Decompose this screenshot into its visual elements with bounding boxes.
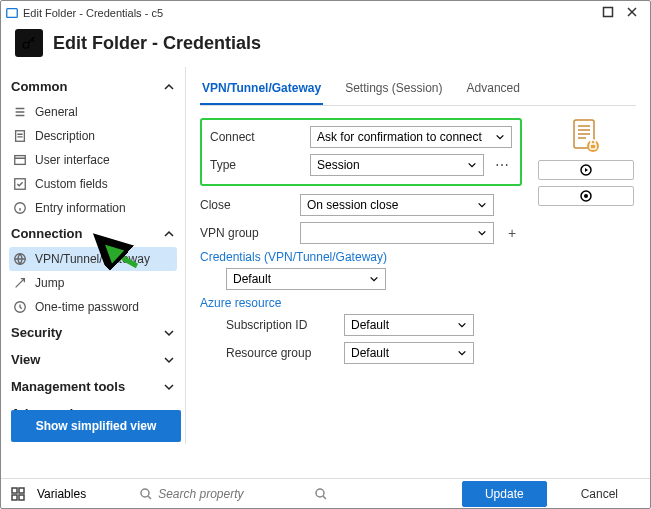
chevron-down-icon	[477, 200, 487, 210]
tab-vpn[interactable]: VPN/Tunnel/Gateway	[200, 75, 323, 105]
header: Edit Folder - Credentials	[1, 25, 650, 67]
chevron-down-icon	[457, 320, 467, 330]
svg-point-20	[316, 489, 324, 497]
svg-rect-18	[19, 495, 24, 500]
select-value: Session	[317, 158, 360, 172]
window-icon	[13, 153, 27, 167]
sidebar-item-label: Jump	[35, 276, 64, 290]
footer: Variables Update Cancel	[1, 478, 650, 508]
credentials-link[interactable]: Credentials (VPN/Tunnel/Gateway)	[200, 250, 522, 264]
section-common[interactable]: Common	[9, 73, 177, 100]
section-label: View	[11, 352, 40, 367]
sidebar-item-label: Entry information	[35, 201, 126, 215]
list-icon	[13, 105, 27, 119]
chevron-up-icon	[163, 81, 175, 93]
svg-rect-0	[7, 9, 18, 18]
select-value: Default	[351, 346, 389, 360]
rg-select[interactable]: Default	[344, 342, 474, 364]
sidebar-item-general[interactable]: General	[9, 100, 177, 124]
chevron-up-icon	[163, 228, 175, 240]
sidebar-item-label: User interface	[35, 153, 110, 167]
sidebar-item-jump[interactable]: Jump	[9, 271, 177, 295]
update-button[interactable]: Update	[462, 481, 547, 507]
chevron-down-icon	[163, 381, 175, 393]
cancel-button[interactable]: Cancel	[559, 482, 640, 506]
chevron-down-icon	[163, 327, 175, 339]
subid-select[interactable]: Default	[344, 314, 474, 336]
sidebar-item-description[interactable]: Description	[9, 124, 177, 148]
credentials-select[interactable]: Default	[226, 268, 386, 290]
svg-rect-17	[12, 495, 17, 500]
key-icon	[15, 29, 43, 57]
info-icon	[13, 201, 27, 215]
connect-select[interactable]: Ask for confirmation to connect	[310, 126, 512, 148]
tab-settings[interactable]: Settings (Session)	[343, 75, 444, 105]
svg-rect-3	[16, 131, 25, 142]
svg-point-19	[141, 489, 149, 497]
type-label: Type	[210, 158, 302, 172]
close-button[interactable]	[626, 6, 638, 20]
record-button[interactable]	[538, 186, 634, 206]
simplified-view-button[interactable]: Show simplified view	[11, 410, 181, 442]
svg-point-10	[587, 140, 599, 152]
tab-strip: VPN/Tunnel/Gateway Settings (Session) Ad…	[200, 75, 636, 106]
sidebar-item-label: General	[35, 105, 78, 119]
chevron-down-icon	[369, 274, 379, 284]
connect-label: Connect	[210, 130, 302, 144]
jump-icon	[13, 276, 27, 290]
sidebar-item-label: VPN/Tunnel/Gateway	[35, 252, 150, 266]
select-value: On session close	[307, 198, 398, 212]
sidebar-item-custom-fields[interactable]: Custom fields	[9, 172, 177, 196]
sidebar-item-entry-info[interactable]: Entry information	[9, 196, 177, 220]
azure-resource-link[interactable]: Azure resource	[200, 296, 522, 310]
section-view[interactable]: View	[9, 346, 177, 373]
section-mgmt[interactable]: Management tools	[9, 373, 177, 400]
type-more-button[interactable]: ⋯	[492, 157, 512, 173]
sidebar-item-otp[interactable]: One-time password	[9, 295, 177, 319]
svg-point-14	[584, 194, 588, 198]
main-panel: VPN/Tunnel/Gateway Settings (Session) Ad…	[186, 67, 650, 444]
svg-point-2	[23, 42, 29, 48]
sidebar-item-vpn[interactable]: VPN/Tunnel/Gateway	[9, 247, 177, 271]
tab-advanced[interactable]: Advanced	[465, 75, 522, 105]
sidebar-item-ui[interactable]: User interface	[9, 148, 177, 172]
section-label: Connection	[11, 226, 83, 241]
subid-label: Subscription ID	[226, 318, 336, 332]
variables-label[interactable]: Variables	[37, 487, 86, 501]
document-icon	[571, 118, 601, 154]
section-label: Common	[11, 79, 67, 94]
close-label: Close	[200, 198, 292, 212]
search-go-icon[interactable]	[315, 488, 327, 500]
search-input[interactable]	[158, 487, 309, 501]
svg-rect-1	[604, 8, 613, 17]
page-title: Edit Folder - Credentials	[53, 33, 261, 54]
chevron-down-icon	[495, 132, 505, 142]
vpngroup-label: VPN group	[200, 226, 292, 240]
section-label: Security	[11, 325, 62, 340]
select-value: Default	[351, 318, 389, 332]
section-connection[interactable]: Connection	[9, 220, 177, 247]
section-label: Management tools	[11, 379, 125, 394]
maximize-button[interactable]	[602, 6, 614, 20]
titlebar-text: Edit Folder - Credentials - c5	[23, 7, 163, 19]
chevron-down-icon	[163, 354, 175, 366]
play-button[interactable]	[538, 160, 634, 180]
vpngroup-select[interactable]	[300, 222, 494, 244]
grid-icon[interactable]	[11, 487, 25, 501]
search-box[interactable]	[140, 487, 327, 501]
highlight-box: Connect Ask for confirmation to connect …	[200, 118, 522, 186]
section-security[interactable]: Security	[9, 319, 177, 346]
type-select[interactable]: Session	[310, 154, 484, 176]
close-select[interactable]: On session close	[300, 194, 494, 216]
globe-icon	[13, 252, 27, 266]
sidebar: Common General Description User interfac…	[1, 67, 186, 444]
search-icon	[140, 488, 152, 500]
sidebar-item-label: One-time password	[35, 300, 139, 314]
vpngroup-add-button[interactable]: +	[502, 225, 522, 241]
sidebar-item-label: Custom fields	[35, 177, 108, 191]
svg-rect-16	[19, 488, 24, 493]
doc-icon	[13, 129, 27, 143]
chevron-down-icon	[457, 348, 467, 358]
titlebar: Edit Folder - Credentials - c5	[1, 1, 650, 25]
select-value: Default	[233, 272, 271, 286]
